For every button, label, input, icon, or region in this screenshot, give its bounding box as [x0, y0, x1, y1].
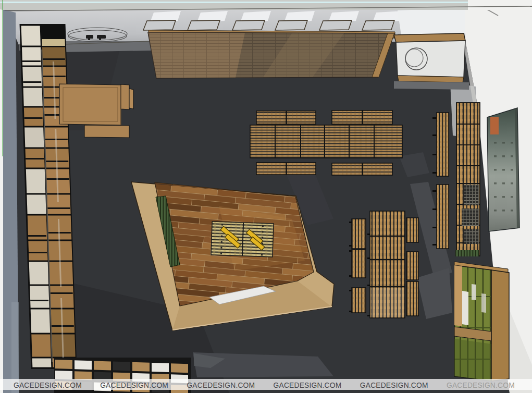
svg-text:GACEDESIGN.COM: GACEDESIGN.COM [360, 382, 428, 389]
svg-text:GACEDESIGN.COM: GACEDESIGN.COM [14, 382, 82, 389]
svg-text:GACEDESIGN.COM: GACEDESIGN.COM [447, 382, 515, 389]
svg-text:GACEDESIGN.COM: GACEDESIGN.COM [274, 382, 342, 389]
svg-text:GACEDESIGN.COM: GACEDESIGN.COM [100, 382, 168, 389]
svg-text:GACEDESIGN.COM: GACEDESIGN.COM [187, 382, 255, 389]
